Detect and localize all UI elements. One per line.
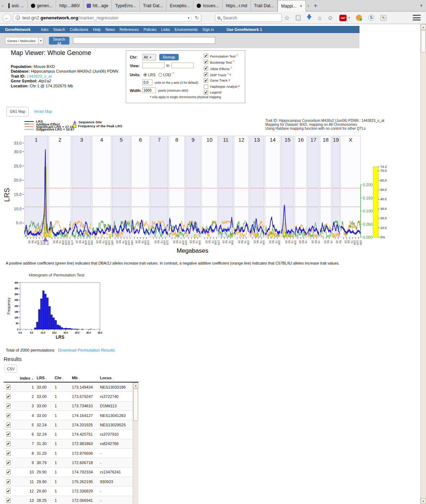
tab-vector-map[interactable]: Vector Map bbox=[34, 110, 52, 114]
checkbox-checked[interactable]: ✔ bbox=[204, 72, 208, 77]
site-identity-globe-icon[interactable] bbox=[15, 15, 20, 20]
csv-button[interactable]: CSV bbox=[4, 365, 17, 373]
row-checkbox-checked[interactable]: ✔ bbox=[6, 432, 10, 437]
category-select-caret-icon[interactable]: ▾ bbox=[38, 37, 43, 44]
row-checkbox-checked[interactable]: ✔ bbox=[6, 413, 10, 418]
column-header-lrs[interactable]: LRS▴▾ bbox=[37, 376, 55, 381]
checkbox-checked[interactable]: ✔ bbox=[204, 66, 208, 70]
browser-tab[interactable]: asic ... bbox=[5, 0, 28, 11]
checkbox-checked[interactable]: ✔ bbox=[204, 90, 208, 95]
row-checkbox-checked[interactable]: ✔ bbox=[6, 498, 10, 503]
gn-nav-policies[interactable]: Policies bbox=[143, 27, 156, 32]
reload-icon[interactable]: ↻ bbox=[193, 15, 199, 20]
extension-orange-icon[interactable] bbox=[356, 15, 362, 21]
bookmark-star-icon[interactable]: ☆ bbox=[284, 15, 290, 21]
browser-tab[interactable]: TypeErro... bbox=[112, 0, 140, 11]
page-scrollbar-thumb[interactable] bbox=[421, 30, 426, 52]
page-scroll-up-icon[interactable]: ▲ bbox=[421, 24, 426, 30]
use-genenetwork1-link[interactable]: Use GeneNetwork 1 bbox=[226, 27, 262, 32]
row-checkbox-checked[interactable]: ✔ bbox=[6, 385, 10, 390]
column-header-locus[interactable]: Locus▴▾ bbox=[100, 376, 132, 381]
menu-icon[interactable] bbox=[413, 15, 421, 20]
lrs-radio[interactable] bbox=[143, 73, 147, 77]
browser-tab[interactable]: http:...880/ bbox=[56, 0, 83, 11]
gn-nav-environments[interactable]: Environments bbox=[175, 27, 198, 32]
global-search-input[interactable] bbox=[73, 37, 215, 44]
browser-tab[interactable]: Trait Dat... bbox=[251, 0, 278, 11]
new-tab-button[interactable]: + bbox=[311, 0, 320, 11]
browser-tab[interactable]: htt...age bbox=[83, 0, 112, 11]
lod-radio[interactable] bbox=[159, 73, 162, 77]
search-all-button[interactable]: Search All bbox=[49, 37, 69, 45]
remap-button[interactable]: Remap bbox=[159, 54, 179, 60]
column-header-chr[interactable]: Chr▴▾ bbox=[55, 376, 72, 381]
column-header-index[interactable]: Index▲ bbox=[18, 376, 37, 380]
row-checkbox-checked[interactable]: ✔ bbox=[6, 479, 10, 484]
gn-nav-links[interactable]: Links bbox=[161, 27, 170, 32]
sort-icon[interactable]: ▴▾ bbox=[63, 377, 64, 381]
gn-nav-news[interactable]: News bbox=[105, 27, 115, 32]
width-input[interactable] bbox=[142, 87, 156, 93]
home-icon[interactable]: ⌂ bbox=[318, 15, 321, 21]
checkbox-checked[interactable]: ✔ bbox=[204, 78, 208, 83]
url-dropdown-icon[interactable]: ▾ bbox=[187, 16, 192, 20]
browser-tab[interactable]: genen... bbox=[28, 0, 56, 11]
checkbox-checked[interactable]: ✔ bbox=[204, 60, 208, 64]
trait-id-link[interactable]: 1443823_s_at bbox=[27, 74, 52, 78]
download-permutation-link[interactable]: Download Permutation Results bbox=[58, 348, 115, 352]
bookmarks-sidebar-icon[interactable] bbox=[296, 15, 301, 20]
table-scrollbar-thumb[interactable] bbox=[133, 389, 138, 421]
row-checkbox-checked[interactable]: ✔ bbox=[6, 441, 10, 446]
sort-icon[interactable]: ▴▾ bbox=[46, 377, 47, 381]
browser-search-input[interactable] bbox=[222, 15, 269, 21]
sort-icon[interactable]: ▴▾ bbox=[113, 377, 114, 381]
tab-list-dropdown-icon[interactable]: ▾ bbox=[417, 0, 426, 11]
browser-tab-active[interactable]: Mappi...× bbox=[278, 0, 306, 12]
gn-nav-collections[interactable]: Collections bbox=[70, 27, 88, 32]
extension-s-icon[interactable]: S bbox=[368, 15, 374, 21]
tab-gn1-map[interactable]: GN1 Map bbox=[6, 107, 29, 116]
downloads-icon[interactable] bbox=[307, 16, 312, 20]
browser-search-box[interactable] bbox=[215, 14, 282, 22]
tab-scroll-right-icon[interactable]: › bbox=[306, 0, 311, 11]
table-scroll-up-icon[interactable]: ▲ bbox=[133, 382, 138, 388]
browser-tab[interactable]: https...r.md bbox=[223, 0, 251, 11]
row-checkbox-checked[interactable]: ✔ bbox=[6, 422, 10, 427]
url-bar[interactable]: test-gn2.genenetwork.org/marker_regressi… bbox=[13, 14, 201, 22]
row-checkbox-checked[interactable]: ✔ bbox=[6, 489, 10, 494]
gn-nav-intro[interactable]: Intro bbox=[41, 27, 49, 32]
browser-tab[interactable]: Trait Dat... bbox=[140, 0, 167, 11]
tab-close-icon[interactable]: × bbox=[300, 4, 302, 9]
gn-nav-sign-in[interactable]: Sign in bbox=[202, 27, 214, 32]
gn-nav-help[interactable]: Help bbox=[93, 27, 101, 32]
view-to-input[interactable] bbox=[171, 63, 194, 68]
checkbox-unchecked[interactable] bbox=[204, 84, 208, 89]
edit-signature-icon[interactable]: ✎ bbox=[380, 15, 386, 21]
column-header-mb[interactable]: Mb▴▾ bbox=[72, 376, 100, 381]
view-from-input[interactable] bbox=[142, 63, 165, 68]
category-select[interactable]: Genes / Molecules bbox=[5, 37, 38, 44]
gn-nav-search[interactable]: Search bbox=[53, 27, 65, 32]
tab-scroll-left-icon[interactable]: ‹ bbox=[0, 0, 5, 11]
page-scroll-down-icon[interactable]: ▼ bbox=[421, 498, 426, 504]
browser-tab[interactable]: Issues... bbox=[193, 0, 223, 11]
row-checkbox-checked[interactable]: ✔ bbox=[6, 451, 10, 456]
adblock-dropdown-icon[interactable]: ▾ bbox=[348, 16, 350, 19]
row-checkbox-checked[interactable]: ✔ bbox=[6, 469, 10, 475]
chat-icon[interactable]: ☺ bbox=[327, 15, 333, 21]
checkbox-checked[interactable]: ✔ bbox=[204, 54, 208, 58]
page-scrollbar[interactable]: ▲ ▼ bbox=[420, 24, 426, 504]
gn-nav-references[interactable]: References bbox=[119, 27, 139, 32]
chromosome-select[interactable]: All▼ bbox=[142, 54, 156, 60]
row-checkbox-checked[interactable]: ✔ bbox=[6, 394, 10, 399]
back-button[interactable]: ← bbox=[3, 13, 12, 22]
gn-brand[interactable]: GeneNetwork bbox=[5, 27, 31, 32]
row-checkbox-checked[interactable]: ✔ bbox=[6, 403, 10, 408]
browser-tab[interactable]: Exceptio... bbox=[166, 0, 193, 11]
row-checkbox-checked[interactable]: ✔ bbox=[6, 460, 10, 465]
sort-icon[interactable]: ▴▾ bbox=[79, 377, 80, 381]
sort-asc-icon[interactable]: ▲ bbox=[31, 377, 34, 380]
adblock-icon[interactable]: ABP bbox=[339, 15, 347, 21]
y-axis-units-input[interactable] bbox=[142, 79, 152, 85]
lod-help-icon[interactable]: ? bbox=[172, 72, 174, 75]
